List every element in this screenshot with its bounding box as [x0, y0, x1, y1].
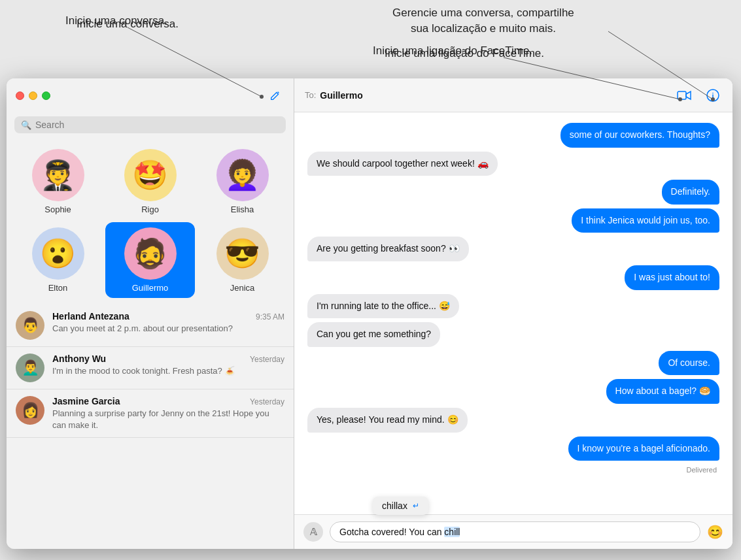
search-input[interactable]	[35, 120, 279, 130]
info-button[interactable]	[704, 86, 722, 105]
svg-point-3	[712, 92, 714, 93]
message-bubble-m7: I'm running late to the office... 😅	[307, 294, 459, 319]
message-bubble-m12: I know you're a bagel aficionado.	[568, 436, 719, 461]
convo-name-herland: Herland Antezana	[52, 311, 129, 321]
avatar-elisha: 👩‍🦱	[216, 149, 269, 201]
convo-time-anthony: Yesterday	[250, 355, 284, 364]
message-row-m8: Can you get me something?	[307, 322, 719, 347]
avatar-item-elisha[interactable]: 👩‍🦱 Elisha	[198, 144, 287, 220]
avatar-item-guillermo[interactable]: 🧔 Guillermo	[105, 222, 195, 298]
avatar-label-jenica: Jenica	[230, 283, 255, 293]
avatar-anthony: 👨‍🦱	[16, 354, 44, 382]
chat-actions	[675, 86, 722, 105]
svg-rect-0	[678, 91, 686, 99]
app-store-button[interactable]: 𝔸	[303, 522, 323, 542]
avatar-label-rigo: Rigo	[141, 205, 159, 214]
avatar-sophie: 🧑‍✈️	[32, 149, 84, 201]
chat-to-label: To:	[305, 90, 316, 100]
chat-panel: To: Guillermo	[294, 78, 732, 549]
facetime-button[interactable]	[675, 86, 693, 105]
message-row-m10: How about a bagel? 🥯	[307, 379, 719, 404]
annotation-text-manage: Gerencie uma conversa, compartilhesua lo…	[392, 5, 574, 37]
messages-area: some of our coworkers. Thoughts? We shou…	[294, 112, 732, 514]
message-row-m6: I was just about to!	[307, 265, 719, 290]
message-bubble-m3: Definitely.	[662, 180, 719, 205]
message-bubble-m1: some of our coworkers. Thoughts?	[560, 123, 719, 148]
message-row-m11: Yes, please! You read my mind. 😊	[307, 408, 719, 433]
avatar-rigo: 🤩	[124, 149, 177, 201]
message-input-text: Gotcha covered! You can chill	[339, 527, 691, 537]
message-bubble-m10: How about a bagel? 🥯	[606, 379, 719, 404]
avatar-label-guillermo: Guillermo	[132, 283, 169, 293]
convo-preview-herland: Can you meet at 2 p.m. about our present…	[52, 323, 284, 335]
convo-content-herland: Herland Antezana 9:35 AM Can you meet at…	[52, 311, 284, 335]
avatar-label-elisha: Elisha	[231, 205, 254, 214]
convo-time-jasmine: Yesterday	[250, 397, 284, 406]
autocomplete-arrow-icon: ↵	[413, 501, 419, 510]
delivered-label: Delivered	[307, 466, 717, 474]
conversation-list: 👨 Herland Antezana 9:35 AM Can you meet …	[7, 305, 294, 549]
avatar-herland: 👨	[16, 311, 44, 340]
avatar-guillermo: 🧔	[124, 227, 177, 280]
message-bubble-m5: Are you getting breakfast soon? 👀	[307, 237, 469, 261]
convo-header-anthony: Anthony Wu Yesterday	[52, 354, 284, 364]
avatar-grid: 🧑‍✈️ Sophie 🤩 Rigo 👩‍🦱 Elisha 😮 Elton 🧔 …	[7, 140, 294, 305]
convo-name-jasmine: Jasmine Garcia	[52, 396, 120, 406]
convo-content-jasmine: Jasmine Garcia Yesterday Planning a surp…	[52, 396, 284, 431]
message-bubble-m4: I think Jenica would join us, too.	[572, 208, 719, 233]
input-text-before: Gotcha covered! You can	[339, 527, 444, 537]
avatar-jasmine: 👩	[16, 396, 44, 425]
convo-name-anthony: Anthony Wu	[52, 354, 106, 364]
convo-time-herland: 9:35 AM	[256, 312, 284, 321]
sidebar: 🔍 🧑‍✈️ Sophie 🤩 Rigo 👩‍🦱 Elisha 😮 Elton	[7, 78, 294, 549]
compose-button[interactable]	[266, 86, 284, 105]
fullscreen-button[interactable]	[42, 91, 50, 100]
convo-preview-anthony: I'm in the mood to cook tonight. Fresh p…	[52, 365, 284, 377]
sidebar-titlebar	[7, 78, 294, 112]
message-row-m1: some of our coworkers. Thoughts?	[307, 123, 719, 148]
message-row-m12: I know you're a bagel aficionado.	[307, 436, 719, 461]
avatar-label-sophie: Sophie	[44, 205, 71, 214]
emoji-button[interactable]: 😊	[707, 524, 723, 540]
input-area: 𝔸 Gotcha covered! You can chill 😊 chilla…	[294, 514, 732, 549]
message-row-m4: I think Jenica would join us, too.	[307, 208, 719, 233]
minimize-button[interactable]	[29, 91, 37, 100]
avatar-label-elton: Elton	[48, 283, 68, 293]
chat-titlebar: To: Guillermo	[294, 78, 732, 112]
avatar-item-jenica[interactable]: 😎 Jenica	[198, 222, 287, 298]
avatar-elton: 😮	[32, 227, 84, 280]
message-row-m7: I'm running late to the office... 😅	[307, 294, 719, 319]
convo-preview-jasmine: Planning a surprise party for Jenny on t…	[52, 408, 284, 431]
message-row-m5: Are you getting breakfast soon? 👀	[307, 237, 719, 261]
annotation-text-facetime: Inicie uma ligação do FaceTime.	[373, 44, 532, 58]
autocomplete-text: chillax	[382, 501, 407, 511]
convo-item-herland[interactable]: 👨 Herland Antezana 9:35 AM Can you meet …	[7, 305, 294, 347]
avatar-jenica: 😎	[216, 227, 269, 280]
message-bubble-m6: I was just about to!	[625, 265, 719, 290]
message-row-m9: Of course.	[307, 351, 719, 376]
input-text-highlight: chill	[444, 527, 460, 537]
message-row-m3: Definitely.	[307, 180, 719, 205]
message-input-wrapper[interactable]: Gotcha covered! You can chill	[330, 521, 700, 542]
convo-item-jasmine[interactable]: 👩 Jasmine Garcia Yesterday Planning a su…	[7, 389, 294, 438]
convo-header-herland: Herland Antezana 9:35 AM	[52, 311, 284, 321]
traffic-lights	[16, 91, 50, 100]
convo-header-jasmine: Jasmine Garcia Yesterday	[52, 396, 284, 406]
avatar-item-sophie[interactable]: 🧑‍✈️ Sophie	[13, 144, 103, 220]
avatar-item-elton[interactable]: 😮 Elton	[13, 222, 103, 298]
message-bubble-m8: Can you get me something?	[307, 322, 440, 347]
avatar-item-rigo[interactable]: 🤩 Rigo	[105, 144, 195, 220]
message-bubble-m2: We should carpool together next week! 🚗	[307, 152, 498, 176]
search-bar[interactable]: 🔍	[14, 116, 286, 133]
message-row-m2: We should carpool together next week! 🚗	[307, 152, 719, 176]
search-icon: 🔍	[21, 120, 31, 130]
autocomplete-popup[interactable]: chillax ↵	[373, 497, 428, 515]
message-bubble-m11: Yes, please! You read my mind. 😊	[307, 408, 468, 433]
chat-recipient-name: Guillermo	[320, 90, 362, 101]
message-bubble-m9: Of course.	[659, 351, 719, 376]
annotation-text-compose: Inicie uma conversa.	[65, 14, 167, 27]
app-window: 🔍 🧑‍✈️ Sophie 🤩 Rigo 👩‍🦱 Elisha 😮 Elton	[7, 78, 732, 549]
convo-content-anthony: Anthony Wu Yesterday I'm in the mood to …	[52, 354, 284, 377]
close-button[interactable]	[16, 91, 24, 100]
convo-item-anthony[interactable]: 👨‍🦱 Anthony Wu Yesterday I'm in the mood…	[7, 347, 294, 389]
